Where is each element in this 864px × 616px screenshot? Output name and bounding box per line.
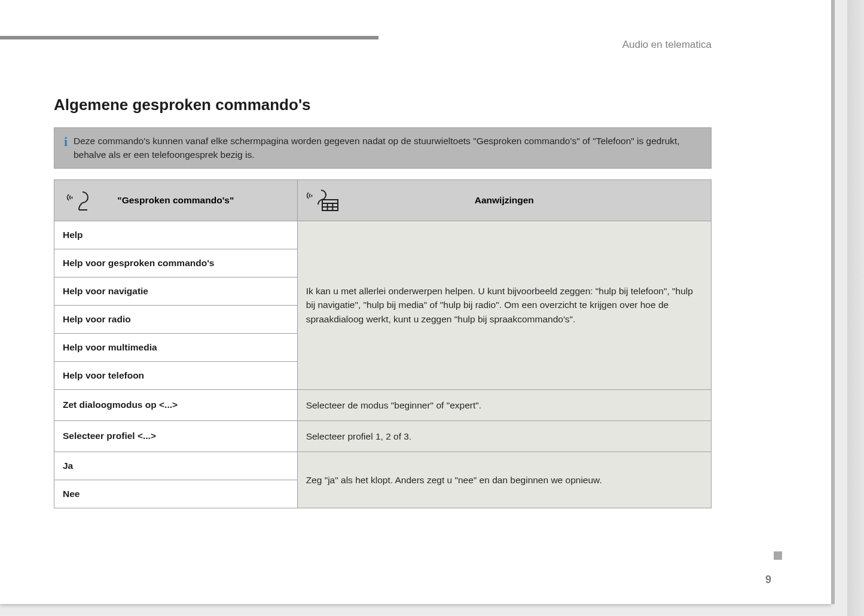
instruction-cell: Zeg "ja" als het klopt. Anders zegt u "n… [297, 452, 711, 508]
info-text: Deze commando's kunnen vanaf elke scherm… [74, 134, 703, 162]
section-title: Audio en telematica [622, 39, 712, 51]
table-row: HelpIk kan u met allerlei onderwerpen he… [54, 221, 712, 249]
column-header-commands-label: "Gesproken commando's" [97, 195, 289, 206]
table-row: Zet dialoogmodus op <...>Selecteer de mo… [54, 389, 712, 420]
page-number: 9 [765, 574, 771, 586]
table-row: JaZeg "ja" als het klopt. Anders zegt u … [54, 452, 712, 480]
side-tab-marker [774, 551, 782, 560]
command-cell: Help voor navigatie [54, 277, 298, 305]
commands-table-body: HelpIk kan u met allerlei onderwerpen he… [54, 221, 712, 508]
command-cell: Zet dialoogmodus op <...> [54, 389, 298, 420]
column-header-instructions-label: Aanwijzingen [341, 195, 703, 206]
command-cell: Help voor gesproken commando's [54, 249, 298, 277]
page-edge-shadow [831, 0, 835, 604]
page-gutter [847, 0, 864, 616]
command-cell: Help voor telefoon [54, 361, 298, 389]
command-cell: Nee [54, 480, 298, 508]
command-cell: Selecteer profiel <...> [54, 420, 298, 452]
table-row: Selecteer profiel <...>Selecteer profiel… [54, 420, 712, 452]
voice-icon [63, 186, 97, 215]
command-cell: Help voor multimedia [54, 333, 298, 361]
instruction-cell: Selecteer profiel 1, 2 of 3. [297, 420, 711, 452]
document-page: Audio en telematica Algemene gesproken c… [0, 0, 831, 604]
content-area: Algemene gesproken commando's i Deze com… [54, 96, 712, 508]
info-callout: i Deze commando's kunnen vanaf elke sche… [54, 127, 712, 169]
voice-keypad-icon [306, 186, 341, 215]
svg-rect-0 [322, 200, 338, 211]
page-title: Algemene gesproken commando's [54, 96, 712, 114]
command-cell: Help [54, 221, 298, 249]
instruction-cell: Selecteer de modus "beginner" of "expert… [297, 389, 711, 420]
command-cell: Help voor radio [54, 305, 298, 333]
viewport: Audio en telematica Algemene gesproken c… [0, 0, 864, 616]
commands-table: "Gesproken commando's" [54, 179, 712, 509]
command-cell: Ja [54, 452, 298, 480]
header-rule [0, 36, 378, 39]
column-header-commands: "Gesproken commando's" [54, 179, 298, 221]
column-header-instructions: Aanwijzingen [297, 179, 711, 221]
instruction-cell: Ik kan u met allerlei onderwerpen helpen… [297, 221, 711, 389]
info-icon: i [58, 134, 74, 148]
